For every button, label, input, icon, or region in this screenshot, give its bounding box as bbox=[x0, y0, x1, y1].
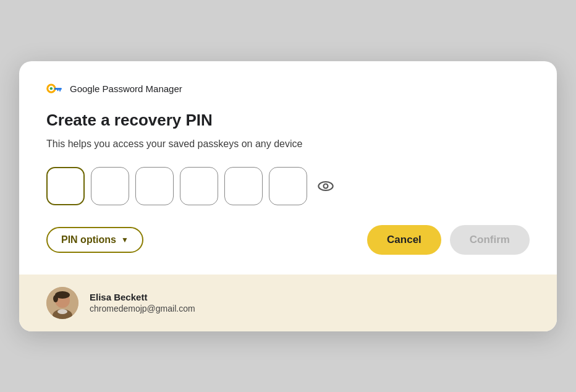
svg-point-12 bbox=[57, 309, 67, 314]
dialog-actions: PIN options ▼ Cancel Confirm bbox=[46, 225, 530, 255]
dialog-subtitle: This helps you access your saved passkey… bbox=[46, 138, 530, 150]
pin-box-3[interactable] bbox=[135, 167, 174, 205]
svg-point-11 bbox=[53, 295, 58, 302]
cancel-button[interactable]: Cancel bbox=[367, 225, 441, 255]
svg-rect-2 bbox=[59, 90, 61, 92]
gpm-key-icon bbox=[46, 83, 64, 95]
svg-rect-1 bbox=[54, 88, 62, 90]
svg-rect-3 bbox=[57, 90, 59, 91]
svg-point-5 bbox=[318, 182, 332, 190]
pin-box-1[interactable] bbox=[46, 167, 85, 205]
pin-box-5[interactable] bbox=[224, 167, 263, 205]
chevron-down-icon: ▼ bbox=[121, 236, 129, 244]
dialog-footer: Elisa Beckett chromedemojp@gmail.com bbox=[19, 275, 557, 331]
dialog: Google Password Manager Create a recover… bbox=[19, 61, 557, 331]
pin-options-label: PIN options bbox=[61, 234, 116, 245]
pin-box-6[interactable] bbox=[269, 167, 307, 205]
pin-options-button[interactable]: PIN options ▼ bbox=[46, 227, 143, 253]
actions-right: Cancel Confirm bbox=[367, 225, 530, 255]
dialog-title: Create a recovery PIN bbox=[46, 111, 530, 130]
pin-box-2[interactable] bbox=[91, 167, 129, 205]
user-info: Elisa Beckett chromedemojp@gmail.com bbox=[90, 292, 195, 313]
dialog-main: Google Password Manager Create a recover… bbox=[19, 61, 557, 275]
svg-point-4 bbox=[50, 87, 53, 89]
brand-label: Google Password Manager bbox=[70, 83, 182, 94]
toggle-visibility-icon[interactable] bbox=[317, 177, 334, 195]
svg-point-6 bbox=[324, 184, 328, 188]
confirm-button[interactable]: Confirm bbox=[450, 225, 530, 255]
pin-box-4[interactable] bbox=[180, 167, 218, 205]
user-email: chromedemojp@gmail.com bbox=[90, 304, 195, 313]
user-name: Elisa Beckett bbox=[90, 292, 195, 302]
dialog-header: Google Password Manager bbox=[46, 83, 530, 95]
user-avatar bbox=[46, 287, 78, 319]
pin-input-row bbox=[46, 167, 530, 205]
